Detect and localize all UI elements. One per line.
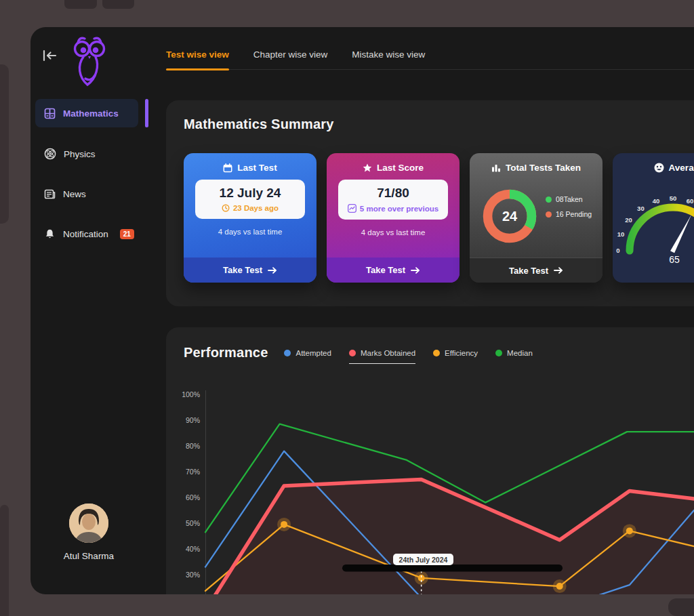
arrow-right-icon <box>268 267 277 274</box>
last-score-card: Last Score 71/80 5 more over previous 4 … <box>327 153 460 283</box>
last-score-value-box: 71/80 5 more over previous <box>338 180 448 220</box>
profile-name: Atul Sharma <box>30 551 147 561</box>
sidebar-item-label: News <box>63 189 86 199</box>
svg-text:0: 0 <box>616 247 619 254</box>
last-test-date: 12 July 24 <box>195 186 305 201</box>
last-test-ago-row: 23 Days ago <box>195 204 305 212</box>
sidebar-item-physics[interactable]: Physics <box>35 140 138 168</box>
legend-taken: 08Taken <box>546 195 592 203</box>
tab-test-wise-view[interactable]: Test wise view <box>166 49 229 69</box>
card-title: Last Score <box>377 163 424 173</box>
sidebar-item-mathematics[interactable]: Mathematics <box>35 99 138 127</box>
calendar-icon <box>223 163 232 173</box>
chart-tooltip-label: 24th July 2024 <box>399 556 448 564</box>
clock-icon <box>222 204 230 212</box>
svg-text:20: 20 <box>625 216 632 224</box>
take-test-button[interactable]: Take Test <box>184 258 317 283</box>
legend-pending: 16 Pending <box>546 210 592 218</box>
last-test-ago: 23 Days ago <box>233 204 279 212</box>
median-dot <box>495 350 502 356</box>
tab-mistake-wise-view[interactable]: Mistake wise view <box>352 49 425 69</box>
legend-label: Efficiency <box>445 349 478 357</box>
y-axis-tick: 70% <box>186 468 200 476</box>
legend-label: Median <box>507 349 533 357</box>
math-grid-icon <box>44 108 56 119</box>
donut-center-value: 24 <box>479 186 540 247</box>
total-tests-card: Total Tests Taken 24 08Taken <box>470 153 603 283</box>
y-axis-tick: 90% <box>186 416 200 424</box>
background-shape <box>668 598 694 616</box>
score-delta: 5 more over previous <box>360 205 438 213</box>
y-axis-tick: 50% <box>186 519 200 527</box>
tests-donut-chart: 24 <box>479 186 540 247</box>
card-header: Total Tests Taken <box>470 163 603 173</box>
legend-marks-obtained[interactable]: Marks Obtained <box>349 349 415 364</box>
legend-median[interactable]: Median <box>495 349 533 357</box>
score-delta-row: 5 more over previous <box>338 204 448 213</box>
arrow-right-icon <box>411 267 420 274</box>
summary-cards-row: Last Test 12 July 24 23 Days ago 4 days … <box>184 153 694 283</box>
sidebar-item-notification[interactable]: Notification 21 <box>35 220 138 248</box>
average-card: Average 0102030405060 <box>613 153 694 283</box>
sidebar-item-label: Notification <box>63 229 108 239</box>
bell-icon <box>44 228 56 240</box>
trend-up-icon <box>348 204 356 213</box>
newspaper-icon <box>44 188 56 200</box>
taken-label: 08Taken <box>556 195 583 203</box>
collapse-arrow-icon <box>40 46 59 65</box>
sidebar-active-indicator <box>145 99 148 127</box>
gauge-value: 65 <box>669 254 680 265</box>
take-test-label: Take Test <box>223 265 262 275</box>
card-header: Average <box>613 163 694 173</box>
y-axis-tick: 100% <box>182 390 200 398</box>
sidebar-collapse-button[interactable] <box>40 46 59 65</box>
tab-chapter-wise-view[interactable]: Chapter wise view <box>253 49 328 69</box>
pending-label: 16 Pending <box>556 210 592 218</box>
efficiency-point[interactable] <box>281 521 287 528</box>
background-shape <box>0 505 9 616</box>
svg-text:50: 50 <box>670 194 677 202</box>
svg-text:10: 10 <box>617 230 625 238</box>
legend-label: Marks Obtained <box>361 349 415 357</box>
last-test-card: Last Test 12 July 24 23 Days ago 4 days … <box>184 153 317 283</box>
card-header: Last Test <box>184 163 317 173</box>
summary-title: Mathematics Summary <box>184 117 334 132</box>
atom-icon <box>44 148 56 160</box>
attempted-dot <box>284 350 291 356</box>
legend-label: Attempted <box>295 349 331 357</box>
performance-legend: Attempted Marks Obtained Efficiency Medi… <box>284 349 532 357</box>
svg-text:30: 30 <box>637 205 645 212</box>
mathematics-summary-panel: Mathematics Summary Last Test 12 July 24 <box>166 100 694 306</box>
efficiency-point[interactable] <box>556 583 563 590</box>
card-title: Last Test <box>237 163 277 173</box>
sidebar-item-label: Physics <box>64 149 96 159</box>
arrow-right-icon <box>554 267 563 274</box>
chart-scrubber-bar[interactable] <box>342 564 563 572</box>
marks-obtained-dot <box>349 350 356 356</box>
y-axis-tick: 30% <box>186 571 200 579</box>
card-title: Total Tests Taken <box>506 163 581 173</box>
bar-chart-icon <box>491 163 501 172</box>
legend-attempted[interactable]: Attempted <box>284 349 331 357</box>
take-test-label: Take Test <box>509 266 548 276</box>
legend-efficiency[interactable]: Efficiency <box>433 349 478 357</box>
view-tabs: Test wise view Chapter wise view Mistake… <box>166 49 694 70</box>
card-caption: 4 days vs last time <box>184 228 317 236</box>
smiley-icon <box>654 163 664 173</box>
average-gauge-chart: 0102030405060 65 <box>614 180 694 279</box>
y-axis-tick: 60% <box>186 493 200 501</box>
svg-text:40: 40 <box>653 197 660 205</box>
sidebar-item-news[interactable]: News <box>35 180 138 208</box>
avatar[interactable] <box>69 504 108 543</box>
pending-dot <box>546 211 552 218</box>
performance-line-chart[interactable]: 100%90%80%70%60%50%40%30%24th July 2024 <box>180 386 694 594</box>
performance-title: Performance <box>184 345 268 361</box>
take-test-button[interactable]: Take Test <box>327 258 460 283</box>
card-header: Last Score <box>327 163 460 173</box>
svg-text:60: 60 <box>687 197 694 205</box>
efficiency-point[interactable] <box>626 527 633 534</box>
background-shape <box>0 64 9 224</box>
dashboard-container: Mathematics Physics News Notification 21 <box>30 27 694 594</box>
take-test-button[interactable]: Take Test <box>470 258 603 283</box>
performance-panel: Performance Attempted Marks Obtained Eff… <box>166 327 694 594</box>
